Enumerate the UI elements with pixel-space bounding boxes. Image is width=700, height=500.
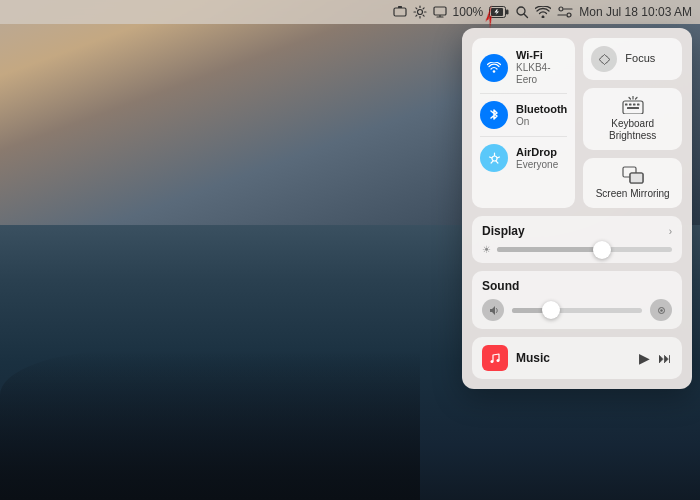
search-icon[interactable]	[515, 5, 529, 19]
airdrop-name: AirDrop	[516, 146, 558, 159]
control-center-icon[interactable]	[557, 5, 573, 19]
display-title: Display	[482, 224, 525, 238]
focus-tile[interactable]: Focus	[583, 38, 682, 80]
datetime-display: Mon Jul 18 10:03 AM	[579, 5, 692, 19]
svg-point-19	[559, 7, 563, 11]
wifi-menubar-icon[interactable]	[535, 6, 551, 18]
screen-record-icon[interactable]	[393, 5, 407, 19]
cc-top-grid: Wi-Fi KLKB4-Eero Bluetooth On	[472, 38, 682, 208]
svg-line-10	[415, 15, 416, 16]
display-slider-row: ☀	[482, 244, 672, 255]
wifi-tile-icon	[480, 54, 508, 82]
wifi-network: KLKB4-Eero	[516, 62, 567, 86]
brightness-low-icon: ☀	[482, 244, 491, 255]
svg-rect-1	[398, 6, 402, 8]
screen-mirroring-label: Screen Mirroring	[596, 188, 670, 200]
control-center-panel: Wi-Fi KLKB4-Eero Bluetooth On	[462, 28, 692, 389]
svg-rect-26	[625, 104, 628, 106]
keyboard-brightness-label: Keyboard Brightness	[589, 118, 676, 142]
divider	[480, 93, 567, 94]
svg-rect-0	[394, 8, 406, 16]
music-skip-button[interactable]: ⏭	[658, 350, 672, 366]
screen-mirroring-tile[interactable]: Screen Mirroring	[583, 158, 682, 208]
volume-slider[interactable]	[512, 308, 642, 313]
svg-rect-30	[627, 107, 639, 109]
svg-point-2	[417, 10, 422, 15]
bluetooth-name: Bluetooth	[516, 103, 567, 116]
bluetooth-tile[interactable]: Bluetooth On	[480, 98, 567, 132]
music-play-button[interactable]: ▶	[639, 350, 650, 366]
svg-rect-36	[630, 173, 643, 183]
sound-slider-row	[482, 299, 672, 321]
svg-rect-11	[434, 7, 446, 15]
svg-rect-29	[637, 104, 640, 106]
display-section: Display › ☀	[472, 216, 682, 263]
wifi-name: Wi-Fi	[516, 49, 567, 62]
music-app-icon	[482, 345, 508, 371]
sound-low-icon	[482, 299, 504, 321]
svg-line-18	[524, 14, 527, 17]
keyboard-brightness-icon	[622, 96, 644, 118]
svg-rect-16	[506, 10, 509, 15]
music-section: Music ▶ ⏭	[472, 337, 682, 379]
display-icon[interactable]	[433, 5, 447, 19]
airdrop-tile[interactable]: AirDrop Everyone	[480, 141, 567, 175]
svg-line-32	[629, 98, 631, 100]
svg-rect-27	[629, 104, 632, 106]
bluetooth-status: On	[516, 116, 567, 128]
music-label: Music	[516, 351, 550, 365]
music-controls: ▶ ⏭	[639, 350, 672, 366]
sound-section: Sound	[472, 271, 682, 329]
display-chevron-icon[interactable]: ›	[669, 226, 672, 237]
cc-right-col: Focus	[583, 38, 682, 208]
svg-line-33	[635, 98, 637, 100]
svg-line-8	[423, 15, 424, 16]
svg-point-21	[567, 13, 571, 17]
focus-icon	[591, 46, 617, 72]
bluetooth-tile-icon	[480, 101, 508, 129]
svg-line-9	[423, 8, 424, 9]
svg-line-7	[415, 8, 416, 9]
svg-point-38	[660, 309, 662, 311]
focus-label: Focus	[625, 52, 655, 65]
airdrop-tile-icon	[480, 144, 508, 172]
keyboard-brightness-tile[interactable]: Keyboard Brightness	[583, 88, 682, 150]
divider2	[480, 136, 567, 137]
sound-output-icon[interactable]	[650, 299, 672, 321]
connectivity-panel: Wi-Fi KLKB4-Eero Bluetooth On	[472, 38, 575, 208]
airdrop-status: Everyone	[516, 159, 558, 171]
svg-rect-28	[633, 104, 636, 106]
brightness-slider[interactable]	[497, 247, 672, 252]
brightness-icon[interactable]	[413, 5, 427, 19]
screen-mirroring-icon	[622, 166, 644, 188]
wifi-tile[interactable]: Wi-Fi KLKB4-Eero	[480, 46, 567, 89]
sound-title: Sound	[482, 279, 519, 293]
svg-point-24	[492, 156, 497, 161]
svg-point-23	[493, 70, 496, 73]
menubar: 100%	[0, 0, 700, 24]
svg-point-39	[491, 360, 494, 363]
svg-point-40	[497, 359, 500, 362]
